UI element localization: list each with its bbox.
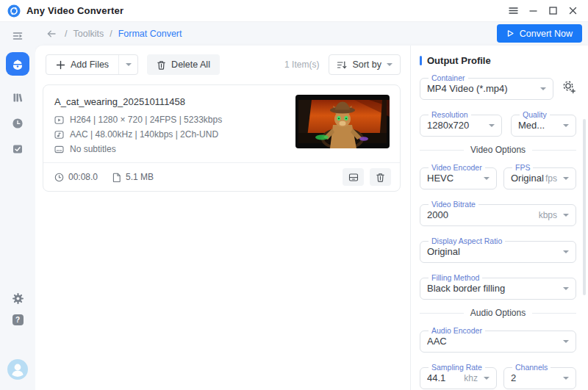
sampling-rate-value: 44.1	[427, 372, 464, 383]
delete-all-button[interactable]: Delete All	[147, 54, 220, 75]
item-count: 1 Item(s)	[284, 59, 319, 70]
sampling-rate-label: Sampling Rate	[429, 363, 485, 372]
filling-method-value: Black border filling	[427, 283, 563, 294]
plus-icon	[56, 60, 65, 70]
filling-method-dropdown[interactable]: Filling Method Black border filling	[420, 273, 576, 300]
back-arrow-icon[interactable]	[46, 28, 57, 40]
convert-now-button[interactable]: Convert Now	[497, 24, 582, 43]
titlebar: Any Video Converter	[0, 0, 588, 22]
app-window: Any Video Converter	[0, 0, 588, 390]
settings-gear-icon[interactable]	[12, 292, 24, 305]
video-thumbnail[interactable]	[295, 95, 390, 148]
add-files-label: Add Files	[71, 59, 109, 70]
audio-info-text: AAC | 48.00kHz | 140kbps | 2Ch-UND	[70, 129, 218, 140]
fps-dropdown[interactable]: FPS Originalfps	[503, 163, 576, 189]
help-glyph: ?	[15, 316, 20, 324]
sidebar-item-library-icon[interactable]	[12, 92, 24, 104]
video-encoder-value: HEVC	[427, 173, 484, 184]
profile-settings-icon[interactable]	[562, 80, 576, 94]
video-options-title: Video Options	[470, 145, 526, 155]
file-toolbar: Add Files Delete All 1 Item(s) Sort by	[46, 54, 401, 75]
output-profile-title: Output Profile	[427, 55, 491, 66]
add-files-main[interactable]: Add Files	[46, 55, 119, 74]
sort-by-label: Sort by	[352, 59, 381, 70]
channels-value: 2	[511, 372, 563, 383]
resolution-dropdown[interactable]: Resolution 1280x720	[420, 110, 502, 137]
breadcrumb-separator: /	[65, 29, 67, 39]
minimize-icon[interactable]	[526, 4, 539, 18]
filling-method-label: Filling Method	[429, 273, 482, 282]
audio-encoder-dropdown[interactable]: Audio Encoder AAC	[420, 326, 576, 353]
video-encoder-label: Video Encoder	[429, 163, 485, 172]
main-card: Add Files Delete All 1 Item(s) Sort by	[35, 46, 588, 390]
sort-by-button[interactable]: Sort by	[329, 54, 401, 75]
file-card: A_cat_wearing_202510111458 H264 | 1280 ×…	[43, 84, 401, 192]
resolution-label: Resolution	[429, 110, 471, 119]
fps-value: Original	[511, 173, 545, 184]
duration-stat: 00:08.0	[54, 172, 98, 182]
quality-value: Med...	[518, 120, 563, 131]
filesize-stat: 5.1 MB	[112, 172, 154, 182]
display-aspect-ratio-dropdown[interactable]: Display Aspect Ratio Original	[420, 236, 576, 263]
play-icon	[506, 29, 514, 37]
add-files-button: Add Files	[46, 54, 138, 75]
delete-file-button[interactable]	[370, 168, 391, 186]
file-list-section: Add Files Delete All 1 Item(s) Sort by	[35, 46, 410, 390]
audio-options-title: Audio Options	[470, 308, 526, 318]
help-icon[interactable]: ?	[12, 314, 24, 325]
breadcrumb-toolkits[interactable]: Toolkits	[73, 29, 104, 39]
sidebar-collapse-icon[interactable]	[12, 30, 24, 42]
video-bitrate-unit: kbps	[539, 210, 557, 220]
sidebar-item-tasks-icon[interactable]	[12, 143, 24, 155]
file-title: A_cat_wearing_202510111458	[54, 96, 287, 107]
video-options-divider: Video Options	[420, 145, 576, 155]
audio-info-row: AAC | 48.00kHz | 140kbps | 2Ch-UND	[54, 129, 287, 140]
channels-dropdown[interactable]: Channels 2	[503, 363, 576, 389]
trash-icon	[376, 173, 385, 182]
sampling-rate-dropdown[interactable]: Sampling Rate 44.1khz	[420, 363, 497, 389]
maximize-icon[interactable]	[546, 4, 559, 18]
display-aspect-ratio-label: Display Aspect Ratio	[429, 236, 505, 245]
audio-options-divider: Audio Options	[420, 308, 576, 318]
app-title: Any Video Converter	[26, 5, 123, 16]
video-info-row: H264 | 1280 × 720 | 24FPS | 5233kbps	[54, 115, 287, 125]
file-card-top: A_cat_wearing_202510111458 H264 | 1280 ×…	[43, 85, 400, 162]
breadcrumb: / Toolkits / Format Convert	[46, 22, 182, 46]
video-bitrate-field[interactable]: Video Bitrate 2000kbps	[420, 200, 576, 226]
fps-label: FPS	[512, 163, 533, 172]
file-info: A_cat_wearing_202510111458 H264 | 1280 ×…	[54, 95, 287, 154]
channels-label: Channels	[512, 363, 551, 372]
breadcrumb-format-convert[interactable]: Format Convert	[118, 29, 182, 39]
add-files-dropdown[interactable]	[119, 55, 137, 74]
audio-encoder-value: AAC	[427, 336, 563, 347]
convert-now-label: Convert Now	[520, 29, 573, 39]
clock-icon	[54, 173, 64, 182]
subtitle-icon	[54, 145, 64, 154]
scrollbar-thumb[interactable]	[583, 119, 586, 295]
trash-icon	[157, 60, 166, 70]
quality-dropdown[interactable]: Quality Med...	[511, 110, 576, 137]
sidebar-item-converter[interactable]	[6, 52, 29, 76]
close-icon[interactable]	[566, 4, 579, 18]
video-stream-icon	[54, 115, 64, 125]
subtitle-info-text: No subtitles	[70, 144, 116, 154]
folder-icon	[348, 173, 359, 182]
sampling-rate-unit: khz	[464, 373, 478, 383]
output-profile-header: Output Profile	[420, 55, 576, 66]
display-aspect-ratio-value: Original	[427, 246, 563, 257]
user-avatar[interactable]	[7, 359, 28, 380]
video-encoder-dropdown[interactable]: Video Encoder HEVC	[420, 163, 497, 189]
container-label: Container	[429, 73, 468, 82]
menu-icon[interactable]	[506, 4, 520, 18]
container-dropdown[interactable]: Container MP4 Video (*.mp4)	[420, 73, 553, 100]
sidebar-item-history-icon[interactable]	[12, 118, 24, 129]
app-logo-icon	[7, 4, 21, 18]
audio-stream-icon	[54, 130, 64, 140]
output-profile-panel: Output Profile Container MP4 Video (*.mp…	[410, 46, 588, 390]
resolution-value: 1280x720	[427, 120, 489, 131]
delete-all-label: Delete All	[171, 59, 210, 70]
fps-unit: fps	[545, 173, 557, 184]
open-folder-button[interactable]	[343, 168, 364, 186]
accent-bar	[420, 56, 422, 65]
audio-encoder-label: Audio Encoder	[429, 326, 485, 335]
